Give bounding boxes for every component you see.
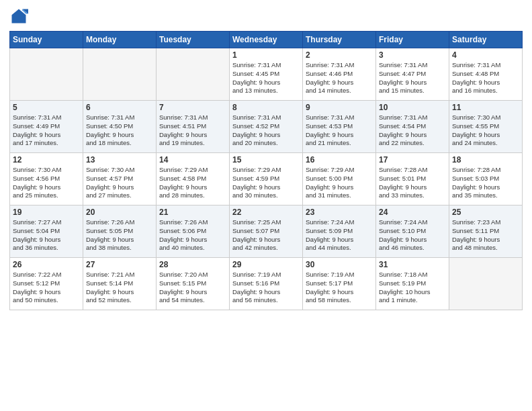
day-info: Sunrise: 7:31 AM Sunset: 4:48 PM Dayligh… <box>452 61 519 95</box>
calendar-week-row: 5Sunrise: 7:31 AM Sunset: 4:49 PM Daylig… <box>10 101 523 153</box>
calendar-week-row: 19Sunrise: 7:27 AM Sunset: 5:04 PM Dayli… <box>10 205 523 258</box>
day-info: Sunrise: 7:22 AM Sunset: 5:12 PM Dayligh… <box>13 271 80 305</box>
calendar-cell: 7Sunrise: 7:31 AM Sunset: 4:51 PM Daylig… <box>157 101 230 153</box>
calendar-cell: 31Sunrise: 7:18 AM Sunset: 5:19 PM Dayli… <box>376 258 449 310</box>
day-info: Sunrise: 7:19 AM Sunset: 5:17 PM Dayligh… <box>306 271 373 305</box>
day-info: Sunrise: 7:18 AM Sunset: 5:19 PM Dayligh… <box>379 271 446 305</box>
day-number: 10 <box>379 103 446 112</box>
day-info: Sunrise: 7:30 AM Sunset: 4:55 PM Dayligh… <box>452 113 519 148</box>
day-number: 30 <box>306 260 373 269</box>
calendar-cell: 16Sunrise: 7:29 AM Sunset: 5:00 PM Dayli… <box>303 153 376 205</box>
calendar-cell: 20Sunrise: 7:26 AM Sunset: 5:05 PM Dayli… <box>83 205 157 258</box>
day-number: 22 <box>232 208 300 217</box>
day-number: 4 <box>452 50 519 60</box>
calendar-cell: 12Sunrise: 7:30 AM Sunset: 4:56 PM Dayli… <box>10 153 83 205</box>
day-number: 15 <box>232 155 300 165</box>
day-number: 6 <box>86 103 153 112</box>
day-number: 24 <box>379 208 446 217</box>
calendar-cell <box>10 48 83 101</box>
calendar-cell: 29Sunrise: 7:19 AM Sunset: 5:16 PM Dayli… <box>230 258 303 310</box>
calendar-cell: 23Sunrise: 7:24 AM Sunset: 5:09 PM Dayli… <box>303 205 376 258</box>
weekday-header: Tuesday <box>157 32 230 48</box>
day-number: 26 <box>13 260 80 269</box>
day-info: Sunrise: 7:31 AM Sunset: 4:46 PM Dayligh… <box>306 61 373 95</box>
calendar-cell: 13Sunrise: 7:30 AM Sunset: 4:57 PM Dayli… <box>83 153 157 205</box>
calendar: SundayMondayTuesdayWednesdayThursdayFrid… <box>9 31 523 310</box>
day-number: 11 <box>452 103 519 112</box>
calendar-cell <box>157 48 230 101</box>
day-number: 23 <box>306 208 373 217</box>
day-info: Sunrise: 7:21 AM Sunset: 5:14 PM Dayligh… <box>86 271 153 305</box>
day-info: Sunrise: 7:29 AM Sunset: 5:00 PM Dayligh… <box>306 166 373 200</box>
calendar-cell: 30Sunrise: 7:19 AM Sunset: 5:17 PM Dayli… <box>303 258 376 310</box>
day-info: Sunrise: 7:20 AM Sunset: 5:15 PM Dayligh… <box>159 271 226 305</box>
calendar-cell: 8Sunrise: 7:31 AM Sunset: 4:52 PM Daylig… <box>230 101 303 153</box>
day-info: Sunrise: 7:30 AM Sunset: 4:57 PM Dayligh… <box>86 166 153 200</box>
calendar-cell: 15Sunrise: 7:29 AM Sunset: 4:59 PM Dayli… <box>230 153 303 205</box>
calendar-cell: 2Sunrise: 7:31 AM Sunset: 4:46 PM Daylig… <box>303 48 376 101</box>
page: SundayMondayTuesdayWednesdayThursdayFrid… <box>0 0 532 411</box>
day-info: Sunrise: 7:31 AM Sunset: 4:47 PM Dayligh… <box>379 61 446 95</box>
day-number: 17 <box>379 155 446 165</box>
day-number: 8 <box>232 103 300 112</box>
calendar-cell: 27Sunrise: 7:21 AM Sunset: 5:14 PM Dayli… <box>83 258 157 310</box>
calendar-cell: 21Sunrise: 7:26 AM Sunset: 5:06 PM Dayli… <box>157 205 230 258</box>
calendar-cell: 25Sunrise: 7:23 AM Sunset: 5:11 PM Dayli… <box>449 205 523 258</box>
day-number: 18 <box>452 155 519 165</box>
day-number: 25 <box>452 208 519 217</box>
day-info: Sunrise: 7:23 AM Sunset: 5:11 PM Dayligh… <box>452 218 519 253</box>
calendar-cell <box>449 258 523 310</box>
day-info: Sunrise: 7:28 AM Sunset: 5:01 PM Dayligh… <box>379 166 446 200</box>
calendar-cell: 28Sunrise: 7:20 AM Sunset: 5:15 PM Dayli… <box>157 258 230 310</box>
calendar-week-row: 12Sunrise: 7:30 AM Sunset: 4:56 PM Dayli… <box>10 153 523 205</box>
calendar-cell: 17Sunrise: 7:28 AM Sunset: 5:01 PM Dayli… <box>376 153 449 205</box>
day-info: Sunrise: 7:24 AM Sunset: 5:09 PM Dayligh… <box>306 218 373 253</box>
day-info: Sunrise: 7:31 AM Sunset: 4:51 PM Dayligh… <box>159 113 226 148</box>
day-number: 13 <box>86 155 153 165</box>
day-info: Sunrise: 7:28 AM Sunset: 5:03 PM Dayligh… <box>452 166 519 200</box>
day-info: Sunrise: 7:19 AM Sunset: 5:16 PM Dayligh… <box>232 271 300 305</box>
calendar-cell: 4Sunrise: 7:31 AM Sunset: 4:48 PM Daylig… <box>449 48 523 101</box>
calendar-cell: 19Sunrise: 7:27 AM Sunset: 5:04 PM Dayli… <box>10 205 83 258</box>
day-number: 3 <box>379 50 446 60</box>
day-info: Sunrise: 7:31 AM Sunset: 4:54 PM Dayligh… <box>379 113 446 148</box>
calendar-cell: 18Sunrise: 7:28 AM Sunset: 5:03 PM Dayli… <box>449 153 523 205</box>
day-number: 14 <box>159 155 226 165</box>
header <box>9 7 523 26</box>
day-number: 9 <box>306 103 373 112</box>
day-info: Sunrise: 7:29 AM Sunset: 4:59 PM Dayligh… <box>232 166 300 200</box>
day-number: 1 <box>232 50 300 60</box>
day-info: Sunrise: 7:31 AM Sunset: 4:50 PM Dayligh… <box>86 113 153 148</box>
day-info: Sunrise: 7:24 AM Sunset: 5:10 PM Dayligh… <box>379 218 446 253</box>
calendar-cell <box>83 48 157 101</box>
day-number: 21 <box>159 208 226 217</box>
day-info: Sunrise: 7:31 AM Sunset: 4:53 PM Dayligh… <box>306 113 373 148</box>
day-number: 20 <box>86 208 153 217</box>
weekday-header: Friday <box>376 32 449 48</box>
weekday-header: Saturday <box>449 32 523 48</box>
day-number: 29 <box>232 260 300 269</box>
day-info: Sunrise: 7:30 AM Sunset: 4:56 PM Dayligh… <box>13 166 80 200</box>
day-info: Sunrise: 7:31 AM Sunset: 4:49 PM Dayligh… <box>13 113 80 148</box>
day-info: Sunrise: 7:29 AM Sunset: 4:58 PM Dayligh… <box>159 166 226 200</box>
calendar-cell: 5Sunrise: 7:31 AM Sunset: 4:49 PM Daylig… <box>10 101 83 153</box>
logo-icon <box>9 7 28 26</box>
weekday-header: Sunday <box>10 32 83 48</box>
calendar-cell: 24Sunrise: 7:24 AM Sunset: 5:10 PM Dayli… <box>376 205 449 258</box>
calendar-cell: 6Sunrise: 7:31 AM Sunset: 4:50 PM Daylig… <box>83 101 157 153</box>
weekday-header-row: SundayMondayTuesdayWednesdayThursdayFrid… <box>10 32 523 48</box>
day-number: 27 <box>86 260 153 269</box>
calendar-week-row: 1Sunrise: 7:31 AM Sunset: 4:45 PM Daylig… <box>10 48 523 101</box>
weekday-header: Thursday <box>303 32 376 48</box>
weekday-header: Monday <box>83 32 157 48</box>
day-info: Sunrise: 7:31 AM Sunset: 4:52 PM Dayligh… <box>232 113 300 148</box>
calendar-week-row: 26Sunrise: 7:22 AM Sunset: 5:12 PM Dayli… <box>10 258 523 310</box>
weekday-header: Wednesday <box>230 32 303 48</box>
day-info: Sunrise: 7:25 AM Sunset: 5:07 PM Dayligh… <box>232 218 300 253</box>
calendar-cell: 26Sunrise: 7:22 AM Sunset: 5:12 PM Dayli… <box>10 258 83 310</box>
day-number: 28 <box>159 260 226 269</box>
day-info: Sunrise: 7:26 AM Sunset: 5:06 PM Dayligh… <box>159 218 226 253</box>
day-info: Sunrise: 7:31 AM Sunset: 4:45 PM Dayligh… <box>232 61 300 95</box>
calendar-cell: 9Sunrise: 7:31 AM Sunset: 4:53 PM Daylig… <box>303 101 376 153</box>
day-info: Sunrise: 7:27 AM Sunset: 5:04 PM Dayligh… <box>13 218 80 253</box>
